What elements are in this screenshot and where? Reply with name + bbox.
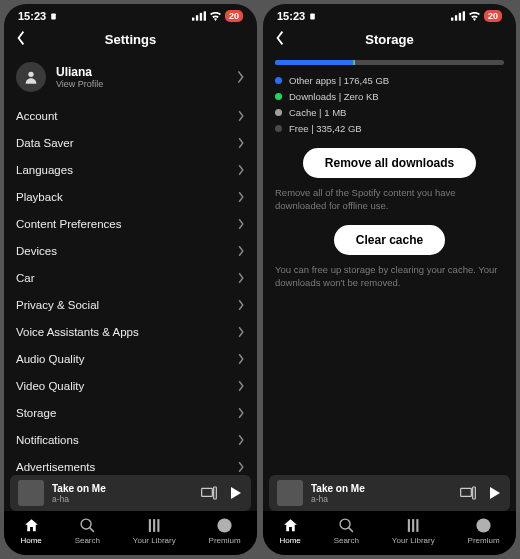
svg-marker-8 (231, 487, 241, 499)
tab-icon (216, 517, 233, 534)
signal-icon (192, 11, 206, 21)
svg-point-5 (28, 72, 33, 77)
now-playing-text: Take on Me a-ha (311, 483, 365, 504)
chevron-right-icon (237, 326, 245, 338)
menu-item[interactable]: Voice Assistants & Apps (16, 318, 245, 345)
menu-item[interactable]: Notifications (16, 426, 245, 453)
tab-bar: HomeSearchYour LibraryPremium (263, 511, 516, 555)
chevron-right-icon (237, 353, 245, 365)
now-playing-bar[interactable]: Take on Me a-ha (269, 475, 510, 511)
menu-item[interactable]: Audio Quality (16, 345, 245, 372)
chevron-right-icon (236, 70, 245, 84)
devices-icon[interactable] (201, 486, 217, 500)
svg-point-14 (217, 518, 231, 532)
tab-label: Your Library (133, 536, 176, 545)
menu-item[interactable]: Video Quality (16, 372, 245, 399)
chevron-right-icon (237, 272, 245, 284)
tab-premium[interactable]: Premium (209, 517, 241, 545)
devices-icon[interactable] (460, 486, 476, 500)
back-icon[interactable] (14, 30, 28, 46)
svg-rect-6 (202, 488, 213, 496)
legend-label: Downloads | Zero KB (289, 91, 379, 102)
tab-home[interactable]: Home (20, 517, 41, 545)
page-title: Storage (365, 32, 413, 47)
profile-name: Uliana (56, 65, 103, 79)
status-bar: 15:23 20 (263, 4, 516, 24)
track-title: Take on Me (52, 483, 106, 494)
remove-downloads-button[interactable]: Remove all downloads (303, 148, 476, 178)
chevron-right-icon (237, 461, 245, 473)
chevron-right-icon (237, 137, 245, 149)
legend-dot (275, 109, 282, 116)
back-icon[interactable] (273, 30, 287, 46)
menu-item-label: Advertisements (16, 461, 95, 473)
now-playing-bar[interactable]: Take on Me a-ha (10, 475, 251, 511)
title-bar: Settings (4, 24, 257, 54)
svg-rect-19 (463, 11, 465, 20)
menu-item[interactable]: Content Preferences (16, 210, 245, 237)
status-time: 15:23 (277, 10, 305, 22)
svg-rect-27 (416, 519, 418, 532)
status-time: 15:23 (18, 10, 46, 22)
menu-item-label: Languages (16, 164, 73, 176)
svg-rect-12 (153, 519, 155, 532)
tab-your-library[interactable]: Your Library (133, 517, 176, 545)
tab-icon (282, 517, 299, 534)
svg-rect-16 (451, 18, 453, 21)
person-icon (23, 69, 39, 85)
tab-icon (79, 517, 96, 534)
menu-item-label: Car (16, 272, 35, 284)
title-bar: Storage (263, 24, 516, 54)
menu-item[interactable]: Languages (16, 156, 245, 183)
album-art (18, 480, 44, 506)
tab-home[interactable]: Home (279, 517, 300, 545)
menu-item[interactable]: Data Saver (16, 129, 245, 156)
menu-item-label: Audio Quality (16, 353, 84, 365)
menu-item[interactable]: Devices (16, 237, 245, 264)
chevron-right-icon (237, 191, 245, 203)
tab-label: Search (75, 536, 100, 545)
now-playing-text: Take on Me a-ha (52, 483, 106, 504)
play-icon[interactable] (486, 485, 502, 501)
storage-legend: Other apps | 176,45 GBDownloads | Zero K… (275, 75, 504, 134)
menu-item[interactable]: Car (16, 264, 245, 291)
svg-rect-25 (408, 519, 410, 532)
tab-your-library[interactable]: Your Library (392, 517, 435, 545)
tab-search[interactable]: Search (75, 517, 100, 545)
legend-row: Downloads | Zero KB (275, 91, 504, 102)
menu-item[interactable]: Privacy & Social (16, 291, 245, 318)
status-bar: 15:23 20 (4, 4, 257, 24)
legend-label: Cache | 1 MB (289, 107, 346, 118)
tab-premium[interactable]: Premium (468, 517, 500, 545)
tab-label: Your Library (392, 536, 435, 545)
svg-rect-26 (412, 519, 414, 532)
menu-item[interactable]: Account (16, 102, 245, 129)
tab-icon (405, 517, 422, 534)
remove-downloads-desc: Remove all of the Spotify content you ha… (275, 186, 504, 213)
menu-item[interactable]: Playback (16, 183, 245, 210)
svg-rect-1 (192, 18, 194, 21)
chevron-right-icon (237, 164, 245, 176)
profile-row[interactable]: Uliana View Profile (16, 54, 245, 102)
legend-dot (275, 125, 282, 132)
near-icon (49, 12, 58, 21)
tab-icon (338, 517, 355, 534)
svg-rect-3 (200, 13, 202, 21)
svg-rect-21 (473, 487, 476, 499)
play-icon[interactable] (227, 485, 243, 501)
svg-point-28 (476, 518, 490, 532)
legend-dot (275, 77, 282, 84)
wifi-icon (468, 11, 481, 21)
svg-line-24 (348, 528, 352, 532)
clear-cache-button[interactable]: Clear cache (334, 225, 445, 255)
menu-item-label: Playback (16, 191, 63, 203)
storage-usage-bar (275, 60, 504, 65)
profile-text: Uliana View Profile (56, 65, 103, 89)
phone-right: 15:23 20 Storage Other apps | 176,45 GBD… (263, 4, 516, 555)
svg-rect-15 (310, 13, 315, 19)
menu-item[interactable]: Storage (16, 399, 245, 426)
phone-left: 15:23 20 Settings Uliana View Profile Ac… (4, 4, 257, 555)
svg-rect-4 (204, 11, 206, 20)
track-artist: a-ha (311, 494, 365, 504)
tab-search[interactable]: Search (334, 517, 359, 545)
